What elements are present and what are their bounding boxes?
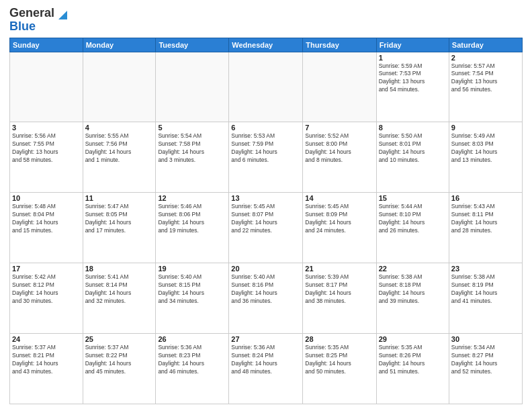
- day-info-text: and 24 minutes.: [305, 227, 373, 235]
- day-number: 4: [85, 124, 154, 132]
- day-number: 30: [451, 335, 520, 343]
- day-number: 24: [12, 335, 81, 343]
- day-info-text: Sunrise: 5:59 AM: [379, 62, 447, 71]
- day-info-text: and 22 minutes.: [231, 227, 300, 235]
- calendar-cell: 7Sunrise: 5:52 AMSunset: 8:00 PMDaylight…: [303, 122, 376, 193]
- day-number: 12: [158, 194, 226, 202]
- day-info-text: Sunset: 8:25 PM: [305, 352, 373, 360]
- day-info-text: Sunset: 8:27 PM: [451, 352, 520, 360]
- day-info-text: Sunset: 8:15 PM: [158, 281, 226, 289]
- weekday-header-monday: Monday: [83, 38, 156, 52]
- day-number: 22: [379, 265, 447, 273]
- day-info-text: Daylight: 14 hours: [158, 289, 226, 298]
- logo: General Blue: [9, 7, 67, 34]
- day-info-text: and 36 minutes.: [231, 298, 300, 306]
- day-info-text: and 46 minutes.: [158, 368, 226, 376]
- day-info-text: Daylight: 14 hours: [231, 289, 300, 298]
- day-info-text: Sunset: 8:24 PM: [231, 352, 300, 360]
- day-info-text: Sunrise: 5:39 AM: [305, 273, 373, 281]
- calendar-cell: 17Sunrise: 5:42 AMSunset: 8:12 PMDayligh…: [10, 263, 83, 334]
- day-info-text: Sunset: 8:14 PM: [85, 281, 154, 289]
- day-info-text: Daylight: 14 hours: [451, 289, 520, 298]
- day-number: 3: [12, 124, 81, 132]
- calendar-cell: 11Sunrise: 5:47 AMSunset: 8:05 PMDayligh…: [83, 193, 156, 263]
- calendar-cell: 16Sunrise: 5:43 AMSunset: 8:11 PMDayligh…: [449, 193, 522, 263]
- day-number: 21: [305, 265, 373, 273]
- day-info-text: Sunrise: 5:38 AM: [379, 273, 447, 281]
- day-info-text: Sunrise: 5:45 AM: [305, 203, 373, 211]
- day-info-text: Sunrise: 5:36 AM: [231, 344, 300, 352]
- day-info-text: Sunrise: 5:46 AM: [158, 203, 226, 211]
- day-info-text: Sunset: 8:23 PM: [158, 352, 226, 360]
- day-info-text: Daylight: 14 hours: [85, 360, 154, 368]
- calendar-cell: 3Sunrise: 5:56 AMSunset: 7:55 PMDaylight…: [10, 122, 83, 193]
- day-info-text: Daylight: 13 hours: [451, 78, 520, 86]
- day-info-text: Daylight: 14 hours: [231, 219, 300, 227]
- calendar-week-row: 10Sunrise: 5:48 AMSunset: 8:04 PMDayligh…: [10, 193, 523, 263]
- calendar-cell: 13Sunrise: 5:45 AMSunset: 8:07 PMDayligh…: [229, 193, 303, 263]
- calendar-cell: [83, 52, 156, 122]
- day-info-text: Daylight: 14 hours: [85, 148, 154, 156]
- day-number: 25: [85, 335, 154, 343]
- calendar-cell: 28Sunrise: 5:35 AMSunset: 8:25 PMDayligh…: [303, 334, 376, 404]
- page: General Blue SundayMondayTuesdayWednesda…: [0, 0, 532, 411]
- day-info-text: Daylight: 14 hours: [158, 219, 226, 227]
- day-info-text: and 26 minutes.: [379, 227, 447, 235]
- calendar-cell: 27Sunrise: 5:36 AMSunset: 8:24 PMDayligh…: [229, 334, 303, 404]
- day-info-text: and 13 minutes.: [451, 156, 520, 165]
- day-number: 14: [305, 194, 373, 202]
- day-info-text: Sunset: 8:11 PM: [451, 211, 520, 219]
- calendar-cell: [229, 52, 303, 122]
- calendar-cell: 22Sunrise: 5:38 AMSunset: 8:18 PMDayligh…: [376, 263, 449, 334]
- calendar-table: SundayMondayTuesdayWednesdayThursdayFrid…: [9, 38, 523, 404]
- day-info-text: Daylight: 14 hours: [12, 360, 81, 368]
- day-info-text: and 38 minutes.: [305, 298, 373, 306]
- day-number: 2: [451, 54, 520, 62]
- day-info-text: Sunrise: 5:52 AM: [305, 132, 373, 140]
- day-info-text: Sunrise: 5:45 AM: [231, 203, 300, 211]
- day-info-text: Sunrise: 5:55 AM: [85, 132, 154, 140]
- day-info-text: Daylight: 14 hours: [85, 219, 154, 227]
- calendar-cell: 29Sunrise: 5:35 AMSunset: 8:26 PMDayligh…: [376, 334, 449, 404]
- day-info-text: and 43 minutes.: [12, 368, 81, 376]
- day-info-text: Sunrise: 5:38 AM: [451, 273, 520, 281]
- calendar-cell: 15Sunrise: 5:44 AMSunset: 8:10 PMDayligh…: [376, 193, 449, 263]
- calendar-cell: 24Sunrise: 5:37 AMSunset: 8:21 PMDayligh…: [10, 334, 83, 404]
- day-info-text: Sunset: 7:55 PM: [12, 140, 81, 148]
- day-info-text: Sunset: 8:22 PM: [85, 352, 154, 360]
- day-info-text: Daylight: 14 hours: [158, 360, 226, 368]
- day-info-text: and 3 minutes.: [158, 156, 226, 165]
- day-info-text: Daylight: 14 hours: [451, 219, 520, 227]
- calendar-cell: 30Sunrise: 5:34 AMSunset: 8:27 PMDayligh…: [449, 334, 522, 404]
- calendar-cell: 5Sunrise: 5:54 AMSunset: 7:58 PMDaylight…: [156, 122, 229, 193]
- day-info-text: Sunset: 8:19 PM: [451, 281, 520, 289]
- day-number: 19: [158, 265, 226, 273]
- day-info-text: Daylight: 14 hours: [12, 289, 81, 298]
- calendar-cell: 23Sunrise: 5:38 AMSunset: 8:19 PMDayligh…: [449, 263, 522, 334]
- day-info-text: and 6 minutes.: [231, 156, 300, 165]
- day-info-text: Daylight: 14 hours: [451, 360, 520, 368]
- calendar-cell: 25Sunrise: 5:37 AMSunset: 8:22 PMDayligh…: [83, 334, 156, 404]
- day-info-text: Sunset: 8:21 PM: [12, 352, 81, 360]
- calendar-cell: 1Sunrise: 5:59 AMSunset: 7:53 PMDaylight…: [376, 52, 449, 122]
- calendar-cell: [10, 52, 83, 122]
- weekday-header-tuesday: Tuesday: [156, 38, 229, 52]
- day-number: 15: [379, 194, 447, 202]
- day-number: 8: [379, 124, 447, 132]
- calendar-cell: 10Sunrise: 5:48 AMSunset: 8:04 PMDayligh…: [10, 193, 83, 263]
- day-info-text: Daylight: 14 hours: [305, 148, 373, 156]
- svg-marker-0: [58, 11, 67, 19]
- day-info-text: Sunrise: 5:48 AM: [12, 203, 81, 211]
- day-info-text: Sunrise: 5:57 AM: [451, 62, 520, 71]
- day-info-text: Sunset: 8:00 PM: [305, 140, 373, 148]
- day-number: 29: [379, 335, 447, 343]
- calendar-cell: 21Sunrise: 5:39 AMSunset: 8:17 PMDayligh…: [303, 263, 376, 334]
- day-number: 16: [451, 194, 520, 202]
- day-info-text: Sunrise: 5:42 AM: [12, 273, 81, 281]
- calendar-cell: 14Sunrise: 5:45 AMSunset: 8:09 PMDayligh…: [303, 193, 376, 263]
- day-info-text: and 50 minutes.: [305, 368, 373, 376]
- day-info-text: Daylight: 14 hours: [451, 148, 520, 156]
- day-info-text: Sunset: 7:56 PM: [85, 140, 154, 148]
- calendar-week-row: 24Sunrise: 5:37 AMSunset: 8:21 PMDayligh…: [10, 334, 523, 404]
- day-info-text: Daylight: 13 hours: [379, 78, 447, 86]
